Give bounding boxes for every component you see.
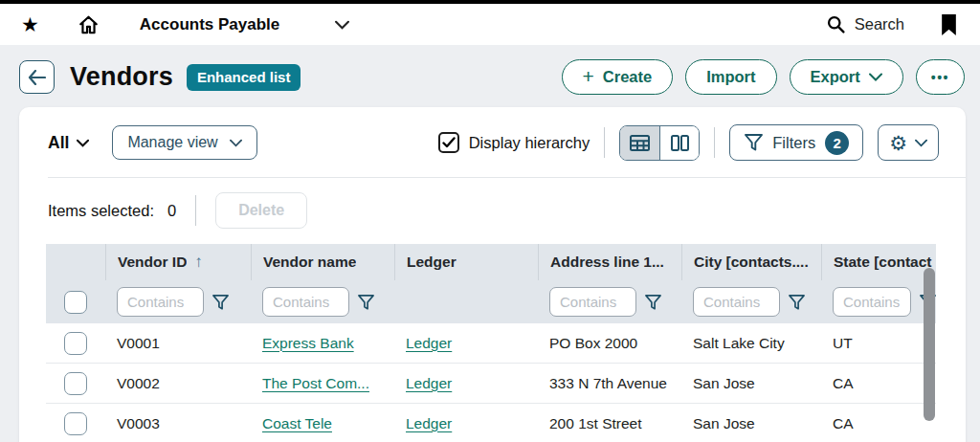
search-label: Search — [855, 15, 904, 33]
filter-funnel-icon[interactable] — [645, 295, 661, 310]
header-actions: + Create Import Export ••• — [562, 59, 965, 95]
page-header: Vendors Enhanced list + Create Import Ex… — [0, 45, 980, 107]
export-button-label: Export — [811, 68, 860, 86]
vendors-list-card: All Manage view Display hierarchy — [19, 107, 966, 442]
address-cell: 200 1st Street — [549, 415, 642, 431]
create-button[interactable]: + Create — [562, 59, 674, 95]
column-header-address[interactable]: Address line 1... — [538, 244, 681, 280]
display-hierarchy-label: Display hierarchy — [469, 134, 590, 152]
filter-input-vendor-name[interactable] — [262, 287, 349, 317]
vendor-id-cell: V0003 — [117, 415, 160, 431]
sort-ascending-icon[interactable]: ↑ — [194, 253, 203, 272]
page-title: Vendors — [70, 62, 173, 92]
divider — [604, 127, 605, 158]
address-cell: 333 N 7th Avenue — [549, 375, 667, 391]
vendor-name-link[interactable]: Coast Tele — [262, 415, 332, 431]
filters-count-badge: 2 — [825, 131, 849, 155]
delete-button[interactable]: Delete — [215, 192, 307, 229]
favorites-star-icon[interactable]: ★ — [21, 14, 39, 34]
select-all-checkbox[interactable] — [64, 291, 87, 314]
import-button[interactable]: Import — [685, 59, 776, 95]
chevron-down-icon — [77, 139, 89, 147]
create-button-label: Create — [603, 68, 652, 86]
filter-funnel-icon[interactable] — [212, 295, 229, 310]
chevron-down-icon — [869, 73, 882, 81]
table-row[interactable]: V0003 Coast Tele Ledger 200 1st Street S… — [46, 404, 936, 442]
column-header-state[interactable]: State [contact — [821, 244, 936, 280]
column-header-city[interactable]: City [contacts.... — [681, 244, 821, 280]
ledger-link[interactable]: Ledger — [406, 375, 452, 391]
state-cell: CA — [833, 375, 854, 391]
chevron-down-icon — [230, 139, 242, 147]
more-actions-button[interactable]: ••• — [916, 59, 965, 95]
address-cell: PO Box 2000 — [549, 335, 637, 351]
filter-input-address[interactable] — [549, 287, 636, 317]
split-view-button[interactable] — [659, 126, 699, 160]
state-cell: UT — [833, 335, 853, 351]
vendor-id-cell: V0001 — [117, 335, 160, 351]
chevron-down-icon — [915, 139, 927, 147]
ellipsis-icon: ••• — [931, 70, 949, 85]
plus-icon: + — [583, 66, 594, 86]
column-header-vendor-id[interactable]: Vendor ID ↑ — [105, 244, 251, 280]
filter-funnel-icon[interactable] — [358, 295, 374, 310]
columns-icon — [671, 135, 689, 151]
filters-label: Filters — [772, 134, 815, 152]
vendor-name-link[interactable]: Express Bank — [262, 335, 354, 351]
vendors-table: Vendor ID ↑ Vendor name Ledger Address l… — [46, 244, 936, 442]
divider — [195, 195, 196, 226]
row-checkbox[interactable] — [64, 372, 87, 395]
list-toolbar: All Manage view Display hierarchy — [19, 107, 966, 177]
city-cell: San Jose — [693, 375, 755, 391]
import-button-label: Import — [706, 68, 755, 86]
selection-row: Items selected: 0 Delete — [19, 178, 966, 244]
filter-input-vendor-id[interactable] — [117, 287, 204, 317]
view-mode-toggle — [619, 125, 700, 161]
header-checkbox-cell — [46, 244, 105, 280]
manage-view-button[interactable]: Manage view — [112, 125, 256, 160]
filter-input-city[interactable] — [693, 287, 780, 317]
table-view-button[interactable] — [620, 126, 659, 160]
ledger-link[interactable]: Ledger — [406, 415, 452, 431]
ledger-link[interactable]: Ledger — [406, 335, 452, 351]
enhanced-list-badge: Enhanced list — [187, 64, 301, 91]
toolbar-right-group: Display hierarchy Filters 2 ⚙ — [438, 124, 939, 161]
vendor-name-link[interactable]: The Post Com... — [262, 375, 369, 391]
table-row[interactable]: V0002 The Post Com... Ledger 333 N 7th A… — [46, 364, 936, 404]
filter-input-state[interactable] — [833, 287, 911, 317]
city-cell: San Jose — [693, 415, 755, 431]
settings-button[interactable]: ⚙ — [878, 124, 939, 161]
filter-funnel-icon[interactable] — [789, 295, 805, 310]
top-navigation-bar: ★ Accounts Payable Search — [0, 0, 980, 45]
arrow-left-icon — [28, 70, 46, 85]
module-selector-label: Accounts Payable — [140, 15, 279, 34]
items-selected-count: 0 — [167, 202, 176, 220]
global-search[interactable]: Search — [826, 14, 904, 34]
export-button[interactable]: Export — [790, 59, 903, 95]
table-filter-row — [46, 280, 936, 323]
state-cell: CA — [833, 415, 854, 431]
gear-icon: ⚙ — [889, 133, 907, 153]
column-header-vendor-name[interactable]: Vendor name — [251, 244, 394, 280]
manage-view-label: Manage view — [127, 134, 217, 151]
search-icon — [826, 14, 846, 34]
divider — [714, 127, 715, 158]
home-icon[interactable] — [78, 14, 100, 35]
back-button[interactable] — [19, 60, 55, 94]
row-checkbox[interactable] — [64, 412, 87, 435]
column-header-ledger[interactable]: Ledger — [394, 244, 538, 280]
table-header-row: Vendor ID ↑ Vendor name Ledger Address l… — [46, 244, 936, 280]
module-selector[interactable]: Accounts Payable — [140, 15, 349, 34]
items-selected-label: Items selected: — [48, 202, 154, 220]
view-selector[interactable]: All — [48, 133, 89, 153]
table-row[interactable]: V0001 Express Bank Ledger PO Box 2000 Sa… — [46, 323, 936, 364]
display-hierarchy-toggle[interactable]: Display hierarchy — [438, 132, 590, 153]
city-cell: Salt Lake City — [693, 335, 785, 351]
filters-button[interactable]: Filters 2 — [729, 124, 863, 161]
vendor-id-cell: V0002 — [117, 375, 160, 391]
bookmark-icon[interactable] — [941, 14, 957, 35]
row-checkbox[interactable] — [64, 332, 87, 355]
vertical-scrollbar-thumb[interactable] — [924, 268, 935, 421]
view-selector-label: All — [48, 133, 69, 153]
display-hierarchy-checkbox[interactable] — [438, 132, 459, 153]
